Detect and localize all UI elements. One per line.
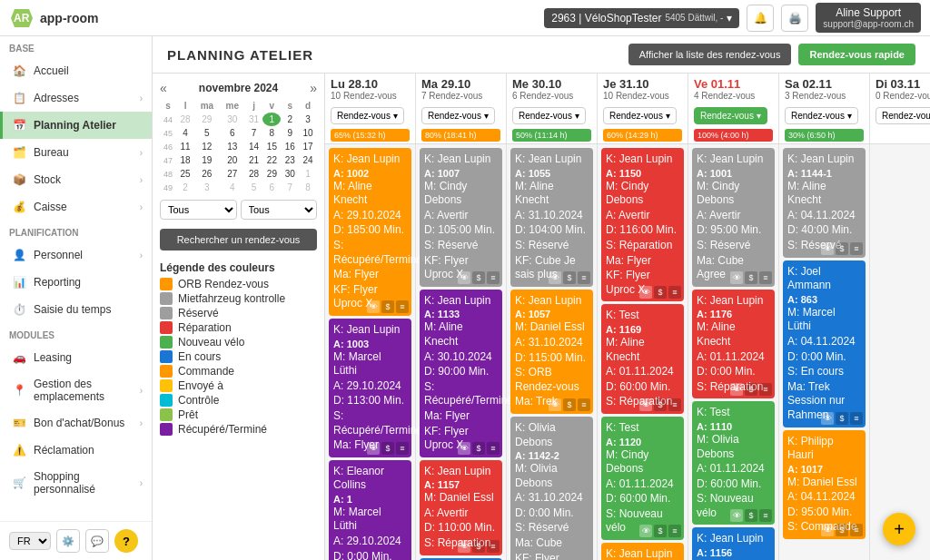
eye-icon[interactable]: 👁	[730, 271, 743, 284]
settings-button[interactable]: ⚙️	[56, 529, 80, 553]
calendar-day[interactable]: 10	[299, 126, 317, 140]
eye-icon[interactable]: 👁	[639, 525, 652, 537]
calendar-day[interactable]: 46	[160, 140, 176, 153]
appointment-card[interactable]: K: Jean Lupin A: 1057 M: Daniel Essl A: …	[510, 290, 593, 414]
eye-icon[interactable]: 👁	[367, 300, 380, 313]
calendar-day[interactable]: 45	[160, 126, 176, 140]
calendar-day[interactable]: 7	[281, 181, 299, 194]
menu-icon[interactable]: ≡	[487, 271, 500, 284]
appointment-card[interactable]: K: Jean Lupin A: 1150 M: Cindy Debons A:…	[601, 148, 684, 301]
eye-icon[interactable]: 👁	[458, 540, 470, 553]
calendar-day[interactable]: 5	[245, 181, 263, 194]
appointment-card[interactable]: K: Joel Ammann A: 863 M: Marcel Lüthi A:…	[783, 260, 866, 427]
eye-icon[interactable]: 👁	[821, 242, 834, 255]
calendar-day[interactable]: 12	[194, 140, 220, 153]
dollar-icon[interactable]: $	[745, 271, 757, 284]
calendar-day[interactable]: 48	[160, 167, 176, 181]
calendar-day[interactable]: 3	[194, 181, 220, 194]
dollar-icon[interactable]: $	[472, 540, 485, 553]
appointment-card[interactable]: K: Jean Lupin A: 1144-1 M: Aline Knecht …	[783, 148, 866, 258]
appointment-card[interactable]: K: Jean Lupin A: 1003 M: Marcel Lüthi A:…	[329, 319, 411, 457]
menu-icon[interactable]: ≡	[759, 509, 772, 522]
eye-icon[interactable]: 👁	[821, 524, 834, 536]
calendar-day[interactable]: 15	[262, 140, 281, 153]
quick-appointment-button[interactable]: Rendez-vous rapide	[798, 44, 915, 65]
calendar-day[interactable]: 20	[220, 153, 245, 167]
calendar-day[interactable]: 2	[281, 113, 299, 126]
menu-icon[interactable]: ≡	[668, 398, 681, 411]
calendar-day[interactable]: 26	[194, 167, 220, 181]
calendar-day[interactable]: 14	[245, 140, 263, 153]
appointment-card[interactable]: K: Jean Lupin A: 1133 M: Aline Knecht A:…	[420, 290, 502, 457]
calendar-day[interactable]: 6	[262, 181, 281, 194]
calendar-day[interactable]: 9	[281, 126, 299, 140]
dollar-icon[interactable]: $	[654, 525, 667, 537]
menu-icon[interactable]: ≡	[487, 442, 500, 455]
appointment-card[interactable]: K: Jean Lupin A: 1176 M: Aline Knecht A:…	[692, 290, 775, 399]
sidebar-item-reclamation[interactable]: ⚠️ Réclamation	[0, 437, 152, 464]
sidebar-item-adresses[interactable]: 📋 Adresses ›	[0, 84, 152, 112]
sidebar-item-accueil[interactable]: 🏠 Accueil	[0, 57, 152, 84]
appointment-card[interactable]: K: Test A: 1120 M: Cindy Debons A: 01.11…	[601, 417, 684, 540]
calendar-day[interactable]: 8	[262, 126, 281, 140]
menu-icon[interactable]: ≡	[396, 442, 409, 455]
calendar-day[interactable]: 17	[299, 140, 317, 153]
fab-button[interactable]: +	[883, 513, 915, 545]
calendar-day[interactable]: 8	[299, 181, 317, 194]
sidebar-item-saisie-temps[interactable]: ⏱️ Saisie du temps	[0, 296, 152, 323]
calendar-day[interactable]: 2	[176, 181, 194, 194]
appointment-card[interactable]: K: Jean Lupin A: 1113 M: Olivia Debons A…	[601, 543, 684, 560]
appointment-card[interactable]: K: Philipp Hauri A: 1017 M: Daniel Essl …	[783, 430, 866, 540]
rdv-button[interactable]: Rendez-vous ▾	[512, 107, 586, 124]
calendar-day[interactable]: 13	[220, 140, 245, 153]
dollar-icon[interactable]: $	[654, 398, 667, 411]
eye-icon[interactable]: 👁	[549, 271, 561, 284]
calendar-day[interactable]: 23	[281, 153, 299, 167]
eye-icon[interactable]: 👁	[458, 271, 470, 284]
calendar-day[interactable]: 24	[299, 153, 317, 167]
eye-icon[interactable]: 👁	[639, 286, 652, 299]
menu-icon[interactable]: ≡	[759, 383, 772, 396]
sidebar-item-bon-achat[interactable]: 🎫 Bon d'achat/Bonus ›	[0, 409, 152, 437]
calendar-day[interactable]: 5	[194, 126, 220, 140]
eye-icon[interactable]: 👁	[549, 398, 561, 411]
print-button[interactable]: 🖨️	[781, 5, 808, 32]
calendar-day[interactable]: 18	[176, 153, 194, 167]
appointment-card[interactable]: K: Jean Lupin A: 1002 M: Aline Knecht A:…	[329, 148, 411, 316]
appointment-card[interactable]: K: Olivia Debons A: 1142-2 M: Olivia Deb…	[510, 417, 593, 560]
dollar-icon[interactable]: $	[563, 271, 576, 284]
calendar-day[interactable]: 49	[160, 181, 176, 194]
calendar-next-button[interactable]: »	[310, 81, 317, 95]
filter-select-1[interactable]: Tous	[160, 200, 237, 220]
calendar-day[interactable]: 11	[176, 140, 194, 153]
calendar-day[interactable]: 29	[262, 167, 281, 181]
calendar-day[interactable]: 31	[245, 113, 263, 126]
calendar-day[interactable]: 21	[245, 153, 263, 167]
calendar-day[interactable]: 25	[176, 167, 194, 181]
tenant-select[interactable]: 2963 | VéloShopTester 5405 Dättwil, - ▾	[544, 8, 739, 28]
calendar-day[interactable]: 28	[245, 167, 263, 181]
feedback-button[interactable]: 💬	[85, 529, 109, 553]
filter-select-2[interactable]: Tous	[241, 200, 318, 220]
calendar-day[interactable]: 19	[194, 153, 220, 167]
rdv-button[interactable]: Rendez-vous ▾	[694, 107, 767, 124]
menu-icon[interactable]: ≡	[850, 412, 863, 425]
dollar-icon[interactable]: $	[836, 412, 848, 425]
menu-icon[interactable]: ≡	[578, 398, 590, 411]
sidebar-item-reporting[interactable]: 📊 Reporting	[0, 269, 152, 296]
calendar-day[interactable]: 1	[299, 167, 317, 181]
search-appointment-button[interactable]: Rechercher un rendez-vous	[160, 229, 317, 251]
appointment-card[interactable]: K: Jean Lupin A: 1055 M: Aline Knecht A:…	[510, 148, 593, 287]
calendar-prev-button[interactable]: «	[160, 81, 167, 95]
calendar-day[interactable]: 3	[299, 113, 317, 126]
dollar-icon[interactable]: $	[654, 286, 667, 299]
menu-icon[interactable]: ≡	[668, 286, 681, 299]
rdv-button[interactable]: Rendez-vous ▾	[421, 107, 495, 124]
calendar-day[interactable]: 4	[220, 181, 245, 194]
sidebar-item-bureau[interactable]: 🗂️ Bureau ›	[0, 139, 152, 166]
calendar-day[interactable]: 47	[160, 153, 176, 167]
appointment-card[interactable]: K: Eleanor Collins A: 1 M: Marcel Lüthi …	[329, 460, 411, 560]
rdv-button[interactable]: Rendez-vous ▾	[785, 107, 858, 124]
menu-icon[interactable]: ≡	[396, 300, 409, 313]
appointment-card[interactable]: K: Jean Lupin A: 1001 M: Cindy Debons A:…	[692, 148, 775, 287]
